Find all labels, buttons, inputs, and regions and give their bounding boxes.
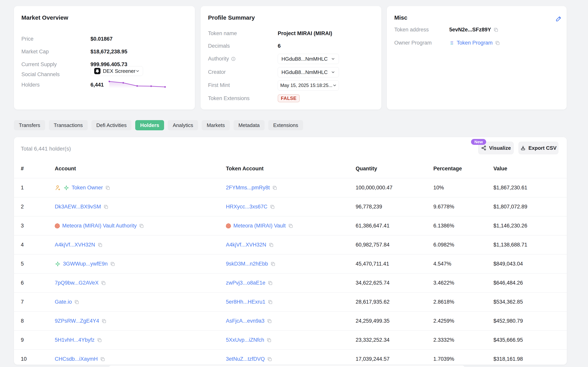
misc-title: Misc [394, 14, 407, 21]
creator-dropdown[interactable]: HGduB8...NmMHLC [278, 67, 339, 77]
copy-icon[interactable] [268, 280, 273, 285]
sparkle-icon [63, 185, 69, 191]
token-page: Market Overview Price $0.01867 Market Ca… [0, 0, 588, 367]
cell-account-link[interactable]: Gate.io [55, 299, 72, 305]
copy-icon[interactable] [101, 318, 107, 324]
social-channels-dropdown[interactable]: DEX Screener [91, 66, 143, 76]
copy-icon[interactable] [266, 338, 272, 343]
col-token-account: Token Account [226, 166, 264, 172]
cell-percentage: 9.6778% [433, 197, 454, 216]
copy-icon[interactable] [269, 242, 274, 248]
copy-icon[interactable] [270, 204, 275, 209]
cell-account: Token Owner [55, 178, 110, 197]
partial-bottom-element [109, 366, 464, 367]
cell-rank: 4 [21, 235, 24, 254]
copy-icon[interactable] [270, 261, 275, 267]
copy-icon[interactable] [97, 338, 102, 343]
export-csv-button[interactable]: Export CSV [519, 142, 558, 154]
cell-percentage: 3.4622% [433, 274, 454, 292]
cell-account: A4kjVf...XVH32N [55, 235, 103, 254]
copy-icon[interactable] [98, 242, 103, 248]
profile-summary-card: Profile Summary Token name Project MIRAI… [201, 6, 381, 109]
copy-icon[interactable] [495, 41, 500, 46]
cell-account-link[interactable]: Meteora (MIRAI) Vault Authority [62, 223, 137, 229]
cell-quantity: 100,000,000.47 [356, 178, 392, 197]
price-value: $0.01867 [91, 36, 113, 42]
copy-icon[interactable] [105, 185, 110, 190]
cell-quantity: 45,470,711.41 [356, 255, 389, 273]
new-badge: New [471, 139, 486, 145]
cell-value: $452,980.79 [493, 312, 523, 330]
cell-account: Gate.io [55, 293, 79, 311]
first-mint-dropdown[interactable]: May 15, 2025 15:18:25... [278, 80, 339, 91]
copy-icon[interactable] [103, 204, 108, 209]
copy-icon[interactable] [268, 300, 273, 305]
cell-account-link[interactable]: Token Owner [72, 185, 103, 191]
copy-icon[interactable] [288, 223, 293, 228]
market-overview-title: Market Overview [21, 14, 68, 21]
cell-account: 7pQ9bw...G2AVeX [55, 274, 106, 292]
cell-token-account-link[interactable]: AsFjcA...evn9a3 [226, 318, 265, 324]
copy-icon[interactable] [272, 185, 277, 190]
cell-token-account-link[interactable]: 9skD3M...n2hEbb [226, 261, 268, 267]
copy-icon[interactable] [74, 300, 79, 305]
cell-token-account: 5XxUvp...iZNfch [226, 331, 272, 349]
authority-label: Authority [208, 56, 236, 62]
tab-transfers[interactable]: Transfers [14, 120, 45, 130]
solana-icon [449, 41, 454, 46]
cell-token-account-link[interactable]: 2FYMms...pmRy8t [226, 185, 270, 191]
cell-account-link[interactable]: A4kjVf...XVH32N [55, 242, 95, 248]
copy-icon[interactable] [267, 357, 272, 362]
cell-account-link[interactable]: Dk3AEW...BX9vSM [55, 204, 101, 210]
cell-value: $318,161.98 [493, 350, 523, 365]
cell-percentage: 6.1386% [433, 217, 454, 235]
tab-analytics[interactable]: Analytics [168, 120, 198, 130]
cell-percentage: 2.3332% [433, 331, 454, 349]
tab-extensions[interactable]: Extensions [268, 120, 303, 130]
meteora-icon [226, 223, 231, 228]
cell-token-account-link[interactable]: HRXycc...3xs67C [226, 204, 267, 210]
owner-program-link[interactable]: Token Program [457, 40, 493, 46]
tab-transactions[interactable]: Transactions [49, 120, 88, 130]
cell-account-link[interactable]: 9ZPsRW...ZgE4Y4 [55, 318, 99, 324]
cell-token-account-link[interactable]: 3etNuZ...tzfDVQ [226, 356, 265, 362]
misc-card: Misc Token address 5evN2e...SFz89Y Owner… [387, 6, 567, 109]
copy-icon[interactable] [100, 357, 105, 362]
cell-quantity: 23,332,252.34 [356, 331, 389, 349]
cell-account-link[interactable]: 5H1vhH...4Ybyfz [55, 337, 95, 343]
chevron-down-icon [135, 69, 140, 73]
tab-defi-activities[interactable]: Defi Activities [91, 120, 132, 130]
cell-account-link[interactable]: CHCsdb...iXaymH [55, 356, 98, 362]
cell-account: CHCsdb...iXaymH [55, 350, 105, 365]
decimals-value: 6 [278, 43, 281, 49]
cell-value: $534,362.85 [493, 293, 523, 311]
copy-icon[interactable] [101, 280, 106, 285]
table-row: 1Token Owner2FYMms...pmRy8t100,000,000.4… [14, 178, 567, 197]
cell-token-account-link[interactable]: 5XxUvp...iZNfch [226, 337, 264, 343]
copy-icon[interactable] [139, 223, 144, 228]
current-supply-label: Current Supply [21, 61, 57, 67]
tab-metadata[interactable]: Metadata [233, 120, 265, 130]
holders-table-body: 1Token Owner2FYMms...pmRy8t100,000,000.4… [14, 178, 567, 365]
copy-icon[interactable] [267, 318, 272, 324]
info-icon[interactable] [231, 57, 236, 61]
dexscreener-icon [94, 68, 100, 74]
market-cap-label: Market Cap [21, 49, 49, 55]
col-quantity: Quantity [356, 166, 377, 172]
edit-pencil-icon[interactable] [555, 15, 562, 22]
cell-account: 5H1vhH...4Ybyfz [55, 331, 102, 349]
cell-account-link[interactable]: 3GWWup...ywfE9n [63, 261, 108, 267]
user-plus-icon [55, 185, 61, 191]
tab-holders[interactable]: Holders [135, 120, 164, 130]
cell-account: Meteora (MIRAI) Vault Authority [55, 217, 144, 235]
copy-icon[interactable] [110, 261, 115, 267]
cell-account-link[interactable]: 7pQ9bw...G2AVeX [55, 280, 99, 286]
authority-dropdown[interactable]: HGduB8...NmMHLC [278, 54, 339, 64]
cell-token-account-link[interactable]: Meteora (MIRAI) Vault [233, 223, 286, 229]
creator-label: Creator [208, 69, 226, 75]
cell-token-account-link[interactable]: 5er8Hh...HExru1 [226, 299, 265, 305]
cell-token-account-link[interactable]: A4kjVf...XVH32N [226, 242, 266, 248]
copy-icon[interactable] [493, 27, 498, 32]
cell-token-account-link[interactable]: zwPvj3...o8aE1e [226, 280, 265, 286]
tab-markets[interactable]: Markets [202, 120, 230, 130]
